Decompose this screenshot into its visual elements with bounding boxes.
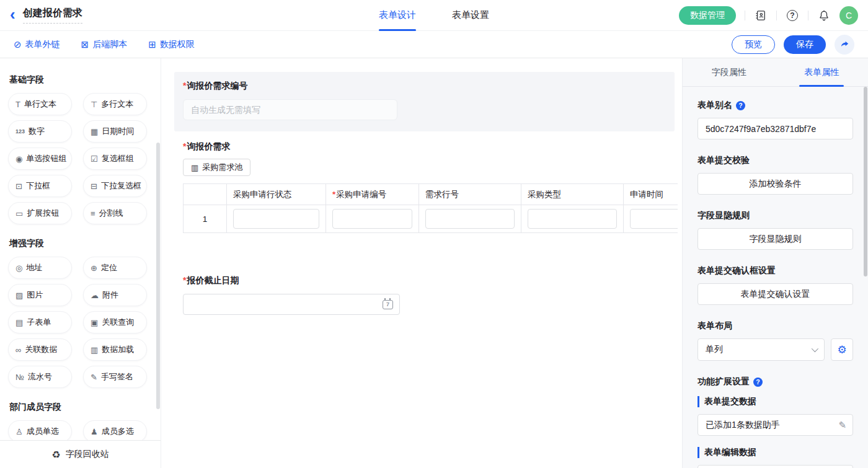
header-tabs: 表单设计 表单设置 — [379, 0, 489, 31]
cell-input-status[interactable] — [233, 209, 319, 229]
required-asterisk: * — [183, 81, 186, 91]
add-validation-button[interactable]: 添加校验条件 — [698, 173, 853, 195]
field-recycle-bin[interactable]: ♻ 字段回收站 — [0, 440, 161, 468]
palette-item-multi-text[interactable]: ⊤多行文本 — [83, 93, 147, 115]
field-visibility-button[interactable]: 字段显隐规则 — [698, 228, 853, 250]
field-quote-deadline[interactable]: *报价截止日期 7 — [174, 275, 675, 326]
layout-select[interactable]: 单列 — [698, 338, 825, 361]
palette-item-subform[interactable]: ▤子表单 — [8, 311, 72, 333]
cell-input-apply-no[interactable] — [332, 209, 412, 229]
panel-scrollbar[interactable] — [864, 87, 867, 276]
divider — [776, 11, 777, 20]
palette-item-linked-query[interactable]: ▣关联查询 — [83, 311, 147, 333]
cell-input-apply-time[interactable] — [630, 209, 678, 229]
help-icon[interactable]: ? — [786, 9, 799, 22]
palette-item-signature[interactable]: ✎手写签名 — [83, 366, 147, 388]
palette-item-location[interactable]: ⊕定位 — [83, 257, 147, 279]
backend-script-link[interactable]: ⊠ 后端脚本 — [81, 39, 128, 50]
share-button[interactable] — [835, 35, 854, 55]
palette-item-datetime[interactable]: ▦日期时间 — [83, 120, 147, 143]
field-label: *询报价需求 — [183, 141, 665, 152]
add-operation-button[interactable]: 添加操作 — [698, 465, 853, 468]
data-permission-link[interactable]: ⊞ 数据权限 — [148, 39, 195, 50]
col-header: 采购申请行状态 — [227, 184, 326, 205]
member-multi-icon: ♟ — [91, 427, 98, 436]
textarea-icon: ⊤ — [91, 100, 97, 109]
field-visibility-group: 字段显隐规则 字段显隐规则 — [698, 210, 853, 250]
palette-item-number[interactable]: 123数字 — [8, 120, 72, 143]
edit-icon[interactable]: ✎ — [838, 420, 846, 431]
properties-panel: 字段属性 表单属性 表单别名 ? 表单提交校验 添加校验条件 字段显隐规则 — [682, 58, 868, 468]
divider — [808, 11, 808, 20]
quote-request-no-input[interactable] — [183, 99, 397, 120]
palette-item-radio-group[interactable]: ◉单选按钮组 — [8, 148, 72, 170]
deadline-date-input[interactable]: 7 — [183, 294, 400, 315]
select-icon: ⊡ — [16, 182, 22, 191]
divider-icon: ≡ — [91, 209, 95, 218]
serial-icon: № — [16, 373, 24, 382]
gear-icon: ⚙ — [837, 343, 846, 356]
purchase-demand-pool-button[interactable]: ▥ 采购需求池 — [183, 159, 250, 176]
palette-item-select[interactable]: ⊡下拉框 — [8, 175, 72, 197]
field-visibility-label: 字段显隐规则 — [698, 210, 853, 221]
header-actions: 数据管理 ? C — [679, 6, 858, 25]
help-badge-icon[interactable]: ? — [736, 101, 745, 110]
form-alias-input[interactable] — [698, 118, 853, 139]
col-header: 采购类型 — [521, 184, 624, 205]
save-button[interactable]: 保存 — [784, 35, 826, 54]
layout-settings-button[interactable]: ⚙ — [831, 338, 853, 361]
form-external-link[interactable]: ⊘ 表单外链 — [14, 39, 60, 50]
palette-item-member-multi[interactable]: ♟成员多选 — [83, 420, 147, 443]
tab-form-properties[interactable]: 表单属性 — [776, 58, 868, 86]
preview-button[interactable]: 预览 — [732, 35, 775, 54]
data-manage-button[interactable]: 数据管理 — [679, 6, 736, 25]
palette-item-extend-button[interactable]: ▭扩展按钮 — [8, 202, 72, 224]
palette-item-data-load[interactable]: ▥数据加载 — [83, 338, 147, 361]
help-badge-icon[interactable]: ? — [753, 377, 763, 387]
cell-input-purchase-type[interactable] — [528, 209, 617, 229]
tab-form-design[interactable]: 表单设计 — [379, 0, 416, 31]
data-load-icon: ▥ — [91, 345, 98, 355]
palette-item-attachment[interactable]: ☁附件 — [83, 284, 147, 306]
text-icon: T — [16, 100, 20, 109]
form-alias-label: 表单别名 ? — [698, 100, 853, 111]
cell-input-demand-line[interactable] — [425, 209, 515, 229]
field-label: *询报价需求编号 — [183, 81, 665, 92]
palette-item-checkbox-group[interactable]: ☑复选框组 — [83, 148, 147, 170]
field-quote-request[interactable]: *询报价需求 ▥ 采购需求池 采购申请行状态 *采购申请编号 需求行号 采购类型… — [174, 131, 675, 244]
palette-item-serial-number[interactable]: №流水号 — [8, 366, 72, 388]
user-avatar[interactable]: C — [839, 6, 858, 25]
submit-confirm-button[interactable]: 表单提交确认设置 — [698, 283, 853, 305]
page-title[interactable]: 创建报价需求 — [23, 7, 82, 24]
address-book-icon[interactable] — [754, 9, 768, 22]
top-header: ‹ 创建报价需求 表单设计 表单设置 数据管理 ? — [0, 0, 868, 31]
calendar-icon[interactable]: 7 — [383, 300, 393, 309]
linked-data-icon: ∞ — [16, 345, 21, 355]
submit-data-value-box[interactable]: 已添加1条数据助手 ✎ — [698, 414, 853, 436]
palette-item-linked-data[interactable]: ∞关联数据 — [8, 338, 72, 361]
submit-confirm-label: 表单提交确认框设置 — [698, 265, 853, 276]
date-text-input[interactable] — [190, 299, 383, 309]
palette-item-divider[interactable]: ≡分割线 — [83, 202, 147, 224]
palette-item-image[interactable]: ▨图片 — [8, 284, 72, 306]
form-canvas: *询报价需求编号 *询报价需求 ▥ 采购需求池 采购申请行状态 *采购申请编号 — [161, 58, 682, 468]
bell-icon[interactable] — [817, 9, 831, 22]
toolbar-actions: 预览 保存 — [732, 35, 854, 55]
palette-item-member-single[interactable]: ♙成员单选 — [8, 420, 72, 443]
subform-icon: ▤ — [16, 318, 23, 327]
palette-item-multiselect[interactable]: ⊟下拉复选框 — [83, 175, 147, 197]
palette-item-address[interactable]: ◎地址 — [8, 257, 72, 279]
member-fields-grid: ♙成员单选 ♟成员多选 — [8, 420, 147, 443]
chevron-down-icon — [812, 345, 818, 352]
required-asterisk: * — [183, 275, 186, 285]
bar-chart-icon: ▥ — [191, 163, 198, 172]
palette-scrollbar[interactable] — [156, 143, 160, 409]
col-header-required: *采购申请编号 — [326, 184, 419, 205]
tab-field-properties[interactable]: 字段属性 — [683, 58, 776, 86]
signature-icon: ✎ — [91, 373, 97, 382]
tab-form-settings[interactable]: 表单设置 — [452, 0, 489, 31]
field-quote-request-no[interactable]: *询报价需求编号 — [174, 72, 675, 131]
back-icon[interactable]: ‹ — [10, 7, 16, 22]
number-icon: 123 — [16, 128, 25, 135]
palette-item-single-text[interactable]: T单行文本 — [8, 93, 72, 115]
